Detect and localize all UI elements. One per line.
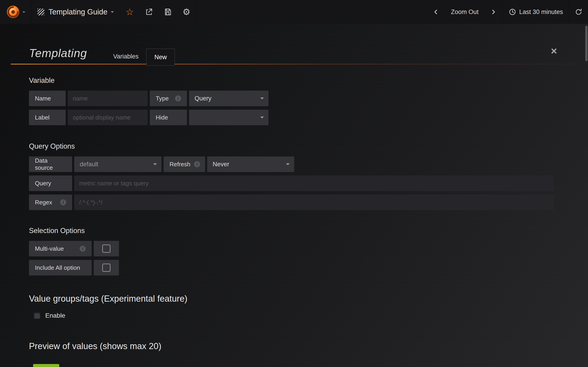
variable-name-row: Name Type Query (29, 91, 554, 106)
star-icon: ☆ (126, 7, 134, 17)
hide-label: Hide (150, 110, 187, 125)
datasource-label: Data source (29, 156, 72, 172)
name-label: Name (29, 91, 66, 106)
save-dashboard-button[interactable] (158, 0, 177, 24)
multi-value-checkbox-container (94, 241, 119, 257)
type-label-text: Type (156, 95, 169, 102)
datasource-row: Data source default Refresh Never (29, 156, 554, 172)
clock-icon (509, 8, 516, 16)
datasource-select-value: default (80, 161, 98, 168)
selection-options-heading: Selection Options (29, 227, 554, 235)
query-label: Query (29, 175, 72, 191)
chevron-down-icon (153, 163, 157, 167)
regex-input[interactable] (74, 194, 554, 210)
time-shift-forward-button[interactable] (484, 0, 502, 24)
top-navbar: Templating Guide ☆ ⚙ Zoom Out (0, 0, 588, 24)
query-input[interactable] (74, 175, 554, 191)
refresh-label: Refresh (164, 156, 205, 172)
templating-header: Templating Variables New × (11, 24, 577, 65)
templating-tabs: Variables New (105, 48, 175, 65)
chevron-down-icon (260, 117, 264, 120)
refresh-label-text: Refresh (170, 161, 190, 168)
hide-select[interactable] (189, 110, 268, 125)
preview-heading: Preview of values (shows max 20) (29, 341, 554, 351)
multi-value-row: Multi-value (29, 241, 554, 257)
variable-section-heading: Variable (29, 76, 554, 85)
gear-icon: ⚙ (183, 8, 190, 16)
dashboard-title-button[interactable]: Templating Guide (32, 0, 120, 24)
info-icon[interactable] (175, 95, 181, 101)
time-range-label: Last 30 minutes (519, 8, 563, 16)
page-title: Templating (29, 47, 87, 60)
enable-checkbox[interactable] (34, 313, 40, 319)
multi-value-label: Multi-value (29, 241, 92, 257)
tab-new[interactable]: New (146, 49, 175, 66)
zoom-out-button[interactable]: Zoom Out (445, 0, 484, 24)
label-label: Label (29, 110, 66, 125)
chevron-down-icon (260, 98, 264, 101)
info-icon[interactable] (60, 199, 66, 205)
info-icon[interactable] (194, 161, 200, 167)
dashboard-icon (37, 8, 44, 15)
include-all-row: Include All option (29, 260, 554, 275)
regex-row: Regex (29, 194, 554, 210)
add-button[interactable]: Add (33, 364, 59, 367)
time-range-picker[interactable]: Last 30 minutes (502, 0, 569, 24)
label-input[interactable] (68, 110, 148, 125)
include-all-checkbox[interactable] (102, 264, 111, 272)
dashboard-settings-button[interactable]: ⚙ (177, 0, 196, 24)
regex-label: Regex (29, 194, 72, 210)
navbar-right-group: Zoom Out Last 30 minutes (427, 0, 588, 24)
close-icon[interactable]: × (551, 46, 557, 56)
share-icon (145, 8, 153, 16)
variable-editor-form: Variable Name Type Query Label Hide Quer… (29, 65, 554, 367)
save-icon (164, 8, 172, 16)
refresh-button[interactable] (569, 0, 588, 24)
chevron-down-icon (286, 163, 290, 167)
time-shift-back-button[interactable] (427, 0, 445, 24)
value-groups-heading: Value groups/tags (Experimental feature) (29, 294, 554, 304)
multi-value-checkbox[interactable] (102, 244, 111, 253)
grafana-logo-icon (6, 5, 20, 19)
page-scrollbar[interactable] (585, 26, 588, 61)
dashboard-title: Templating Guide (48, 8, 107, 16)
chevron-left-icon (432, 8, 439, 15)
chevron-down-icon (111, 11, 114, 15)
type-label: Type (150, 91, 187, 106)
zoom-out-label: Zoom Out (451, 8, 478, 16)
enable-row: Enable (34, 312, 554, 319)
name-input[interactable] (68, 91, 148, 106)
datasource-select[interactable]: default (74, 156, 162, 172)
type-select-value: Query (195, 95, 212, 102)
chevron-down-icon (23, 11, 25, 14)
refresh-icon (575, 8, 582, 16)
variable-label-row: Label Hide (29, 110, 554, 125)
query-options-heading: Query Options (29, 142, 554, 150)
grafana-logo-button[interactable] (0, 0, 32, 24)
include-all-checkbox-container (94, 260, 119, 275)
star-dashboard-button[interactable]: ☆ (120, 0, 139, 24)
type-select[interactable]: Query (189, 91, 268, 106)
refresh-select-value: Never (213, 161, 229, 168)
share-dashboard-button[interactable] (139, 0, 158, 24)
enable-label: Enable (45, 312, 65, 319)
info-icon[interactable] (80, 246, 86, 252)
chevron-right-icon (490, 8, 497, 15)
refresh-select[interactable]: Never (207, 156, 294, 172)
tab-variables[interactable]: Variables (105, 48, 147, 65)
multi-value-label-text: Multi-value (35, 245, 64, 252)
include-all-label: Include All option (29, 260, 92, 275)
query-row: Query (29, 175, 554, 191)
regex-label-text: Regex (35, 199, 52, 206)
dashboard-background: Templating Guide ☆ ⚙ Zoom Out (0, 0, 588, 367)
